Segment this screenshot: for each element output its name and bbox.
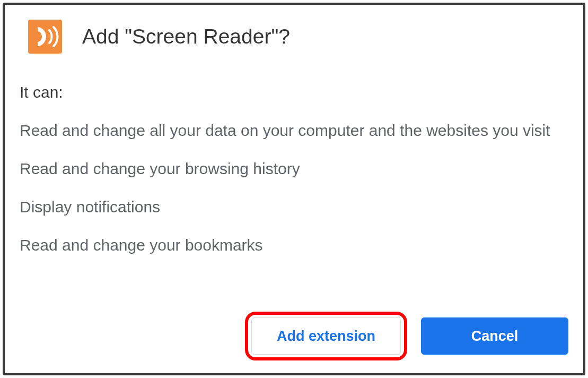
- screen-reader-icon: [28, 20, 62, 54]
- add-button-highlight: Add extension: [245, 312, 407, 360]
- permission-item: Read and change your browsing history: [20, 158, 571, 180]
- permission-item: Read and change all your data on your co…: [20, 119, 571, 142]
- extension-install-dialog: Add "Screen Reader"? It can: Read and ch…: [3, 3, 585, 375]
- permission-item: Read and change your bookmarks: [20, 234, 571, 256]
- permissions-heading: It can:: [20, 83, 571, 101]
- dialog-header: Add "Screen Reader"?: [28, 20, 571, 54]
- permission-item: Display notifications: [20, 196, 571, 218]
- cancel-button[interactable]: Cancel: [421, 317, 568, 355]
- dialog-buttons: Add extension Cancel: [245, 312, 568, 360]
- add-extension-button[interactable]: Add extension: [251, 317, 401, 355]
- dialog-content: It can: Read and change all your data on…: [20, 83, 571, 256]
- dialog-title: Add "Screen Reader"?: [82, 25, 290, 48]
